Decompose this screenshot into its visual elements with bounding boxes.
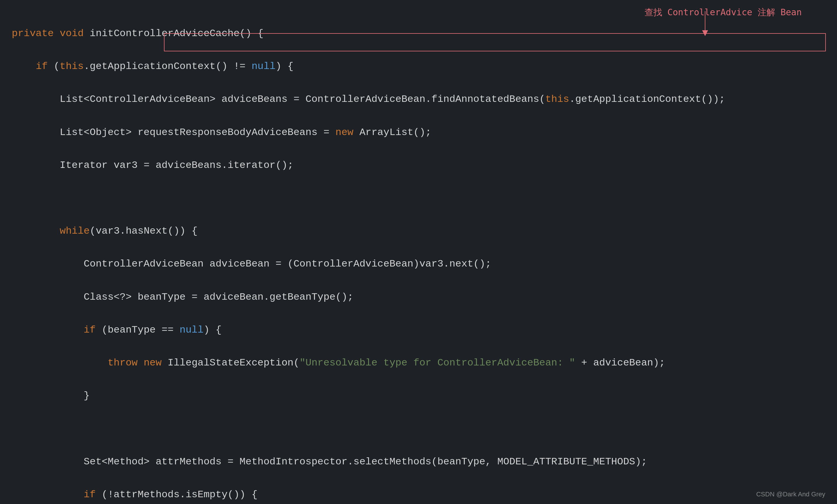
- code-line-blank-2: [12, 421, 825, 437]
- code-line-14: Set<Method> attrMethods = MethodIntrospe…: [12, 453, 825, 470]
- watermark: CSDN @Dark And Grey: [756, 490, 825, 498]
- code-line-1: private void initControllerAdviceCache()…: [12, 25, 825, 42]
- code-line-10: if (beanType == null) {: [12, 322, 825, 338]
- code-line-15: if (!attrMethods.isEmpty()) {: [12, 486, 825, 503]
- code-line-blank-1: [12, 190, 825, 206]
- code-line-3: List<ControllerAdviceBean> adviceBeans =…: [12, 91, 825, 108]
- code-line-5: Iterator var3 = adviceBeans.iterator();: [12, 157, 825, 173]
- code-line-2: if (this.getApplicationContext() != null…: [12, 58, 825, 75]
- code-line-4: List<Object> requestResponseBodyAdviceBe…: [12, 124, 825, 141]
- annotation-label: 查找 ControllerAdvice 注解 Bean: [645, 6, 802, 18]
- code-block: private void initControllerAdviceCache()…: [12, 9, 825, 504]
- code-line-8: ControllerAdviceBean adviceBean = (Contr…: [12, 256, 825, 272]
- code-line-7: while(var3.hasNext()) {: [12, 223, 825, 239]
- code-line-9: Class<?> beanType = adviceBean.getBeanTy…: [12, 289, 825, 305]
- code-container: 查找 ControllerAdvice 注解 Bean private void…: [0, 0, 837, 504]
- code-line-11: throw new IllegalStateException("Unresol…: [12, 355, 825, 371]
- code-line-12: }: [12, 388, 825, 404]
